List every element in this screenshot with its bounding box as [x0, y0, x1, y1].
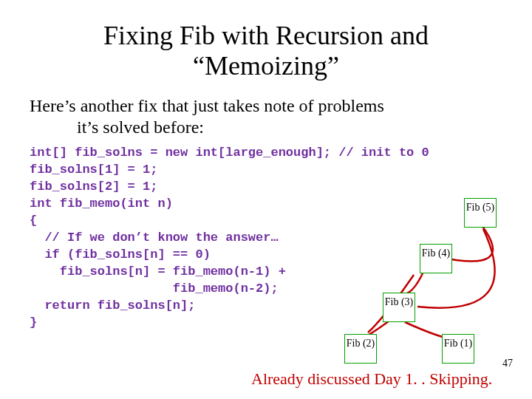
node-fib2: Fib (2)	[344, 334, 377, 364]
node-fib1: Fib (1)	[442, 334, 474, 364]
code-block: int[] fib_solns = new int[large_enough];…	[30, 145, 532, 331]
